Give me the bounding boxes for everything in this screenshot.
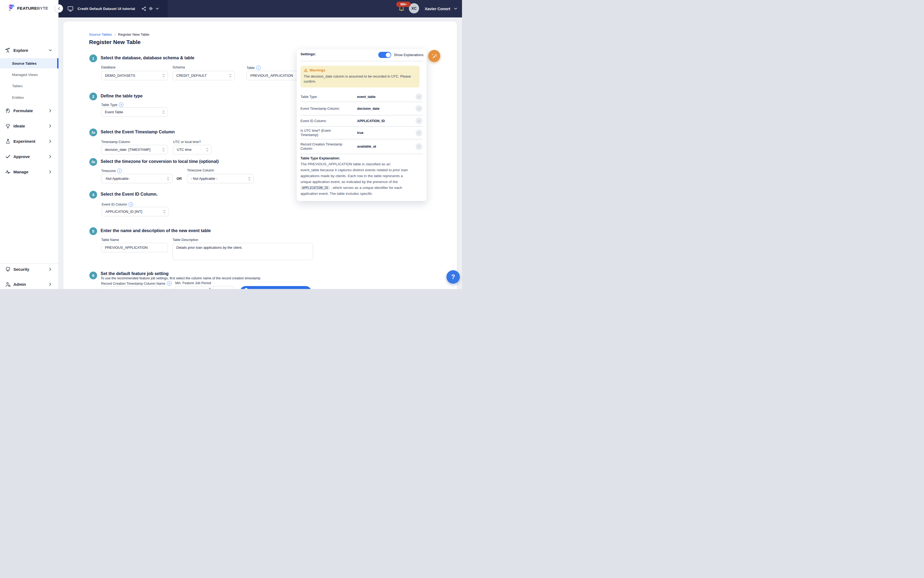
shield-icon xyxy=(5,266,11,272)
sidebar-item-managed-views[interactable]: Managed Views xyxy=(0,71,58,79)
sidebar-section-admin[interactable]: Admin xyxy=(0,279,58,289)
help-button[interactable]: ? xyxy=(446,270,460,284)
table-type-help-icon[interactable]: ? xyxy=(119,102,123,107)
warning-text: The decision_date column is assumed to b… xyxy=(304,74,417,84)
table-description-textarea[interactable]: Details prior loan applications by the c… xyxy=(172,243,313,260)
sidebar-section-manage[interactable]: Manage xyxy=(0,167,58,177)
sidebar-section-ideate[interactable]: Ideate xyxy=(0,121,58,131)
chevron-left-icon xyxy=(58,7,60,10)
featurebyte-logo-icon xyxy=(8,4,15,12)
timestamp-column-select[interactable]: decision_date [TIMESTAMP] xyxy=(101,145,168,154)
timezone-info-icon[interactable]: i xyxy=(117,169,122,173)
timezone-column-select[interactable]: - Not Applicable - xyxy=(187,174,254,183)
record-creation-help-icon[interactable]: ? xyxy=(167,281,172,286)
sidebar-section-approve[interactable]: Approve xyxy=(0,152,58,161)
select-carets-icon xyxy=(206,148,209,152)
chevron-right-icon xyxy=(48,282,52,286)
settings-title: Settings: xyxy=(300,52,316,56)
user-name: Xavier Conort xyxy=(425,0,450,18)
event-id-column-select[interactable]: APPLICATION_ID [INT] xyxy=(102,207,169,216)
confirm-check-button[interactable]: ✓ xyxy=(416,117,422,124)
table-type-select[interactable]: Event Table xyxy=(101,107,168,117)
sidebar-item-label: Source Tables xyxy=(12,62,36,65)
step-1-title: Select the database, database schema & t… xyxy=(101,55,194,60)
gear-icon[interactable] xyxy=(148,6,154,11)
magic-wand-button[interactable] xyxy=(428,50,440,62)
sidebar-section-label: Admin xyxy=(13,282,26,287)
register-table-button[interactable] xyxy=(240,286,311,289)
select-carets-icon xyxy=(229,73,232,78)
table-info-icon[interactable]: i xyxy=(256,65,261,70)
chevron-right-icon xyxy=(48,139,52,143)
table-description-label: Table Description xyxy=(172,238,198,242)
sidebar-item-label: Managed Views xyxy=(12,73,38,77)
sidebar-item-source-tables[interactable]: Source Tables xyxy=(0,58,58,68)
checkmark-icon xyxy=(5,154,11,159)
select-carets-icon xyxy=(162,110,165,114)
sidebar-item-entities[interactable]: Entities xyxy=(0,93,58,101)
sidebar-section-security[interactable]: Security xyxy=(0,264,58,274)
record-creation-timestamp-label: Record Creation Timestamp Column Name ? xyxy=(101,281,172,286)
row-label: Event ID Column: xyxy=(300,119,343,123)
share-icon[interactable] xyxy=(141,6,146,11)
database-label: Database xyxy=(101,65,116,69)
confirm-check-button[interactable]: ✓ xyxy=(416,105,422,112)
confirm-check-button[interactable]: ✓ xyxy=(416,143,422,150)
event-id-help-icon[interactable]: ? xyxy=(128,202,133,207)
chevron-right-icon xyxy=(48,267,52,271)
show-explanations-toggle[interactable] xyxy=(378,52,391,58)
telescope-icon xyxy=(5,47,11,53)
event-id-column-label: Event ID Column ? xyxy=(102,202,133,207)
sidebar-item-tables[interactable]: Tables xyxy=(0,82,58,90)
row-label: Is UTC time? (Event Timestamp): xyxy=(300,128,343,137)
stepper-up-icon[interactable] xyxy=(209,287,211,289)
sidebar-section-formulate[interactable]: Formulate xyxy=(0,106,58,115)
schema-select[interactable]: CREDIT_DEFAULT xyxy=(172,71,235,80)
step-6-title: Set the default feature job setting xyxy=(101,271,169,276)
show-explanations-label: Show Explanations xyxy=(394,53,424,57)
project-chevron-down-icon[interactable] xyxy=(156,8,159,10)
step-6-number: 6 xyxy=(89,271,97,279)
chevron-right-icon xyxy=(48,170,52,174)
pulse-icon xyxy=(5,169,11,175)
head-gear-icon xyxy=(5,107,11,114)
step-3b-title: Select the timezone for conversion to lo… xyxy=(101,159,219,164)
record-creation-timestamp-input[interactable] xyxy=(101,286,167,289)
row-value: APPLICATION_ID xyxy=(357,119,385,123)
notifications-badge: 999+ xyxy=(396,2,411,7)
sidebar-section-label: Approve xyxy=(13,154,30,159)
settings-row-is-utc: Is UTC time? (Event Timestamp): true ✓ xyxy=(300,127,423,139)
sidebar-section-label: Formulate xyxy=(13,109,33,113)
confirm-check-button[interactable]: ✓ xyxy=(416,130,422,136)
table-name-label: Table Name xyxy=(101,238,119,242)
step-4-title: Select the Event ID Column. xyxy=(101,192,157,197)
toggle-knob xyxy=(386,53,391,57)
question-mark-icon: ? xyxy=(451,273,455,281)
utc-or-local-select[interactable]: UTC time xyxy=(173,145,212,154)
sidebar-section-experiment[interactable]: Experiment xyxy=(0,136,58,146)
settings-panel: Settings: Show Explanations Warnings The… xyxy=(297,49,426,201)
breadcrumb-source-tables-link[interactable]: Source Tables xyxy=(89,32,112,36)
select-carets-icon xyxy=(162,73,165,78)
sidebar-section-label: Security xyxy=(13,267,29,271)
chevron-right-icon xyxy=(48,124,52,128)
timezone-select[interactable]: -Not Applicable- xyxy=(101,174,172,183)
user-chevron-down-icon[interactable] xyxy=(454,8,457,10)
database-select[interactable]: DEMO_DATASETS xyxy=(101,71,168,80)
step-1-number: 1 xyxy=(89,54,97,62)
table-type-explanation-text: The PREVIOUS_APPLICATION table is classi… xyxy=(300,161,410,197)
select-carets-icon xyxy=(248,177,251,180)
confirm-check-button[interactable]: ✓ xyxy=(416,93,422,100)
magic-wand-icon xyxy=(431,53,437,59)
table-select[interactable]: PREVIOUS_APPLICATION xyxy=(246,71,303,80)
sidebar-collapse-button[interactable] xyxy=(55,4,63,13)
breadcrumb: Source Tables›Register New Table xyxy=(89,32,149,36)
active-indicator xyxy=(57,58,58,68)
settings-row-table-type: Table Type: event_table ✓ xyxy=(300,92,423,102)
table-name-input[interactable]: PREVIOUS_APPLICATION xyxy=(101,243,168,252)
sidebar-section-explore[interactable]: Explore xyxy=(0,45,58,55)
timezone-label: Timezone i xyxy=(101,169,122,173)
breadcrumb-separator: › xyxy=(114,32,116,36)
lightbulb-icon xyxy=(5,123,11,129)
min-feature-job-period-input[interactable] xyxy=(175,286,234,289)
